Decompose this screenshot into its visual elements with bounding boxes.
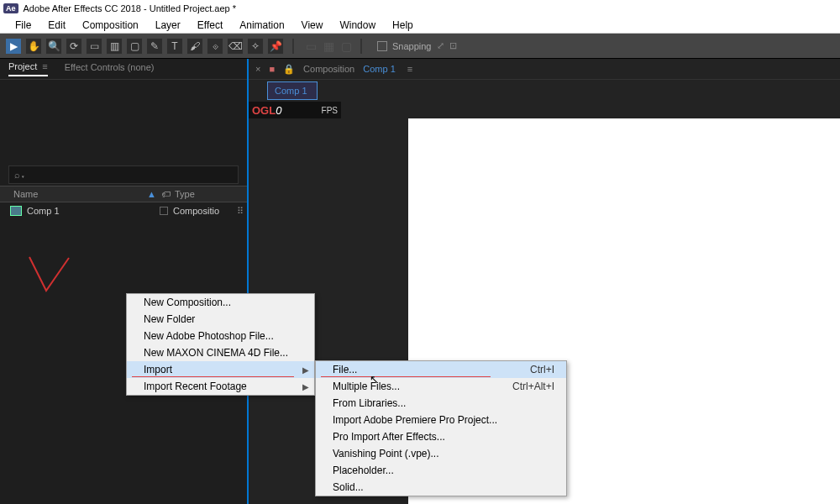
tab-project[interactable]: Project≡ — [8, 61, 48, 76]
ctx-import-vpe[interactable]: Vanishing Point (.vpe)... — [316, 445, 566, 462]
puppet-tool-icon[interactable]: 📌 — [267, 38, 284, 55]
panel-menu-icon[interactable]: ≡ — [407, 64, 412, 74]
menu-help[interactable]: Help — [384, 18, 422, 33]
hand-tool-icon[interactable]: ✋ — [25, 38, 42, 55]
clone-tool-icon[interactable]: ⟐ — [207, 38, 223, 55]
toolbar-extra-icons: ▭ ▦ ▢ — [306, 39, 352, 53]
snapping-checkbox[interactable] — [377, 41, 387, 51]
item-name: Comp 1 — [27, 206, 160, 216]
ogl-label: OGL — [252, 104, 276, 117]
annotation-red-underline — [321, 376, 491, 377]
ctx-import-premiere[interactable]: Import Adobe Premiere Pro Project... — [316, 412, 566, 428]
ogl-indicator: OGL 0 FPS — [249, 102, 341, 118]
ctx-new-photoshop-file[interactable]: New Adobe Photoshop File... — [127, 328, 314, 344]
toolbar: ▶ ✋ 🔍 ⟳ ▭ ▥ ▢ ✎ T 🖌 ⟐ ⌫ ✧ 📌 ▭ ▦ ▢ Snappi… — [0, 34, 840, 59]
annotation-red-check — [25, 253, 76, 303]
eraser-tool-icon[interactable]: ⌫ — [227, 38, 244, 55]
tab-effect-controls[interactable]: Effect Controls (none) — [65, 62, 155, 76]
snapping-label: Snapping — [392, 41, 432, 51]
shortcut-label: Ctrl+Alt+I — [512, 381, 554, 392]
zoom-tool-icon[interactable]: 🔍 — [45, 38, 62, 55]
menu-composition[interactable]: Composition — [74, 18, 147, 33]
submenu-arrow-icon: ▶ — [302, 382, 309, 391]
brush-tool-icon[interactable]: 🖌 — [186, 38, 203, 55]
project-search-input[interactable]: ⌕▾ — [8, 165, 239, 184]
panel-menu-icon[interactable]: ≡ — [42, 61, 47, 71]
item-preview-area — [0, 80, 247, 164]
folder-icon: ⠿ — [237, 206, 244, 217]
selection-tool-icon[interactable]: ▶ — [5, 38, 22, 55]
project-columns-header: Name▲ 🏷 Type — [0, 186, 247, 202]
titlebar: Ae Adobe After Effects CC 2018 - Untitle… — [0, 0, 840, 17]
ctx-import-libraries[interactable]: From Libraries... — [316, 395, 566, 412]
ctx-new-folder[interactable]: New Folder — [127, 311, 314, 328]
composition-label: Composition — [303, 64, 354, 74]
rect-mask-icon[interactable]: ▭ — [306, 39, 317, 53]
item-label-color — [160, 207, 168, 215]
col-label-icon[interactable]: 🏷 — [161, 189, 175, 199]
menu-view[interactable]: View — [293, 18, 332, 33]
context-menu-import: File... Ctrl+I Multiple Files...Ctrl+Alt… — [315, 360, 567, 496]
shortcut-label: Ctrl+I — [530, 364, 554, 375]
menu-layer[interactable]: Layer — [147, 18, 189, 33]
ctx-import-recent[interactable]: Import Recent Footage▶ — [127, 378, 314, 395]
menu-animation[interactable]: Animation — [231, 18, 292, 33]
submenu-arrow-icon: ▶ — [302, 365, 309, 375]
fps-label: FPS — [322, 106, 338, 115]
project-item-comp1[interactable]: Comp 1 Compositio ⠿ — [0, 202, 247, 219]
stroke-icon[interactable]: ▢ — [341, 39, 352, 53]
fill-icon[interactable]: ▦ — [323, 39, 334, 53]
lock-icon[interactable]: 🔒 — [283, 64, 295, 75]
window-title: Adobe After Effects CC 2018 - Untitled P… — [24, 3, 237, 13]
comp-marker-icon: ■ — [269, 64, 275, 74]
snap-ext-icon[interactable]: ⤢ — [437, 40, 444, 51]
composition-name[interactable]: Comp 1 — [363, 64, 396, 74]
menu-file[interactable]: File — [7, 18, 39, 33]
col-type[interactable]: Type — [175, 189, 247, 199]
ctx-import-solid[interactable]: Solid... — [316, 479, 566, 496]
col-name[interactable]: Name — [13, 189, 38, 199]
composition-icon — [10, 206, 22, 216]
sort-asc-icon[interactable]: ▲ — [147, 189, 156, 199]
toolbar-divider — [292, 39, 294, 54]
orbit-tool-icon[interactable]: ⟳ — [66, 38, 82, 55]
camera-tool-icon[interactable]: ▭ — [86, 38, 102, 55]
ctx-import-placeholder[interactable]: Placeholder... — [316, 462, 566, 479]
pan-behind-tool-icon[interactable]: ▥ — [106, 38, 123, 55]
context-menu-project: New Composition... New Folder New Adobe … — [126, 293, 315, 396]
ctx-import[interactable]: Import▶ — [127, 361, 314, 378]
ctx-pro-import[interactable]: Pro Import After Effects... — [316, 428, 566, 445]
rectangle-tool-icon[interactable]: ▢ — [126, 38, 143, 55]
pen-tool-icon[interactable]: ✎ — [146, 38, 163, 55]
item-type: Compositio — [173, 206, 237, 216]
project-panel: Project≡ Effect Controls (none) ⌕▾ Name▲… — [0, 59, 249, 504]
ctx-import-multiple[interactable]: Multiple Files...Ctrl+Alt+I — [316, 378, 566, 395]
menu-edit[interactable]: Edit — [39, 18, 74, 33]
menubar: File Edit Composition Layer Effect Anima… — [0, 17, 840, 34]
snap-grid-icon[interactable]: ⊡ — [449, 40, 457, 51]
ctx-new-composition[interactable]: New Composition... — [127, 294, 314, 311]
fps-value: 0 — [276, 104, 281, 117]
comp-flow-tab[interactable]: Comp 1 — [267, 81, 318, 100]
type-tool-icon[interactable]: T — [166, 38, 183, 55]
ae-logo-icon: Ae — [3, 3, 18, 13]
roto-tool-icon[interactable]: ✧ — [247, 38, 264, 55]
ctx-new-c4d-file[interactable]: New MAXON CINEMA 4D File... — [127, 344, 314, 361]
close-tab-icon[interactable]: × — [255, 64, 260, 74]
menu-effect[interactable]: Effect — [189, 18, 231, 33]
toolbar-divider-2 — [360, 39, 362, 54]
ctx-import-file[interactable]: File... Ctrl+I — [316, 361, 566, 378]
menu-window[interactable]: Window — [331, 18, 384, 33]
